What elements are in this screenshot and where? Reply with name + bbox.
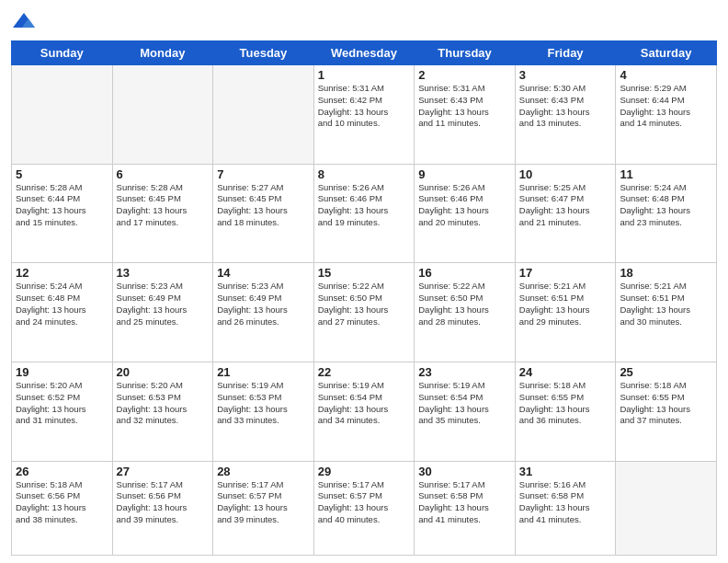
day-info: Sunrise: 5:27 AM Sunset: 6:45 PM Dayligh… bbox=[217, 182, 310, 229]
day-number: 19 bbox=[16, 365, 108, 379]
day-info: Sunrise: 5:22 AM Sunset: 6:50 PM Dayligh… bbox=[418, 281, 511, 327]
logo-icon bbox=[11, 9, 37, 35]
day-number: 16 bbox=[418, 266, 511, 280]
day-cell: 7Sunrise: 5:27 AM Sunset: 6:45 PM Daylig… bbox=[213, 164, 314, 263]
day-number: 3 bbox=[519, 68, 612, 82]
day-number: 11 bbox=[620, 167, 712, 181]
day-number: 6 bbox=[117, 167, 210, 181]
day-number: 26 bbox=[16, 465, 108, 478]
day-number: 22 bbox=[318, 365, 411, 379]
day-info: Sunrise: 5:16 AM Sunset: 6:58 PM Dayligh… bbox=[519, 479, 612, 526]
day-cell: 5Sunrise: 5:28 AM Sunset: 6:44 PM Daylig… bbox=[12, 164, 113, 263]
week-row-1: 1Sunrise: 5:31 AM Sunset: 6:42 PM Daylig… bbox=[12, 65, 717, 165]
day-cell: 27Sunrise: 5:17 AM Sunset: 6:56 PM Dayli… bbox=[112, 461, 213, 556]
day-cell: 1Sunrise: 5:31 AM Sunset: 6:42 PM Daylig… bbox=[313, 65, 415, 165]
day-info: Sunrise: 5:18 AM Sunset: 6:55 PM Dayligh… bbox=[519, 380, 612, 427]
day-number: 23 bbox=[418, 365, 511, 379]
day-number: 17 bbox=[519, 266, 612, 280]
week-row-2: 5Sunrise: 5:28 AM Sunset: 6:44 PM Daylig… bbox=[12, 164, 717, 263]
day-number: 7 bbox=[217, 167, 310, 181]
day-info: Sunrise: 5:28 AM Sunset: 6:44 PM Dayligh… bbox=[16, 182, 108, 229]
day-number: 21 bbox=[217, 365, 310, 379]
day-cell: 23Sunrise: 5:19 AM Sunset: 6:54 PM Dayli… bbox=[415, 362, 516, 461]
day-info: Sunrise: 5:20 AM Sunset: 6:52 PM Dayligh… bbox=[16, 380, 108, 427]
day-number: 30 bbox=[418, 465, 511, 478]
day-header-thursday: Thursday bbox=[415, 41, 516, 65]
day-info: Sunrise: 5:31 AM Sunset: 6:43 PM Dayligh… bbox=[418, 83, 511, 130]
day-number: 12 bbox=[16, 266, 108, 280]
day-cell: 20Sunrise: 5:20 AM Sunset: 6:53 PM Dayli… bbox=[112, 362, 213, 461]
day-cell: 14Sunrise: 5:23 AM Sunset: 6:49 PM Dayli… bbox=[213, 263, 314, 362]
day-number: 5 bbox=[16, 167, 108, 181]
day-cell: 13Sunrise: 5:23 AM Sunset: 6:49 PM Dayli… bbox=[112, 263, 213, 362]
day-info: Sunrise: 5:31 AM Sunset: 6:42 PM Dayligh… bbox=[318, 83, 411, 130]
day-cell: 19Sunrise: 5:20 AM Sunset: 6:52 PM Dayli… bbox=[12, 362, 113, 461]
day-cell: 16Sunrise: 5:22 AM Sunset: 6:50 PM Dayli… bbox=[415, 263, 516, 362]
day-info: Sunrise: 5:17 AM Sunset: 6:58 PM Dayligh… bbox=[418, 479, 511, 526]
day-cell: 26Sunrise: 5:18 AM Sunset: 6:56 PM Dayli… bbox=[12, 461, 113, 556]
week-row-5: 26Sunrise: 5:18 AM Sunset: 6:56 PM Dayli… bbox=[12, 461, 717, 556]
day-cell: 29Sunrise: 5:17 AM Sunset: 6:57 PM Dayli… bbox=[313, 461, 415, 556]
day-number: 29 bbox=[318, 465, 411, 478]
day-info: Sunrise: 5:19 AM Sunset: 6:54 PM Dayligh… bbox=[418, 380, 511, 427]
day-info: Sunrise: 5:30 AM Sunset: 6:43 PM Dayligh… bbox=[519, 83, 612, 130]
day-info: Sunrise: 5:24 AM Sunset: 6:48 PM Dayligh… bbox=[620, 182, 712, 229]
day-info: Sunrise: 5:18 AM Sunset: 6:56 PM Dayligh… bbox=[16, 479, 108, 526]
day-header-friday: Friday bbox=[515, 41, 616, 65]
day-cell: 10Sunrise: 5:25 AM Sunset: 6:47 PM Dayli… bbox=[515, 164, 616, 263]
day-info: Sunrise: 5:23 AM Sunset: 6:49 PM Dayligh… bbox=[217, 281, 310, 327]
day-info: Sunrise: 5:19 AM Sunset: 6:53 PM Dayligh… bbox=[217, 380, 310, 427]
day-info: Sunrise: 5:19 AM Sunset: 6:54 PM Dayligh… bbox=[318, 380, 411, 427]
day-number: 10 bbox=[519, 167, 612, 181]
day-cell: 28Sunrise: 5:17 AM Sunset: 6:57 PM Dayli… bbox=[213, 461, 314, 556]
week-row-3: 12Sunrise: 5:24 AM Sunset: 6:48 PM Dayli… bbox=[12, 263, 717, 362]
day-number: 9 bbox=[418, 167, 511, 181]
day-header-monday: Monday bbox=[112, 41, 213, 65]
day-cell: 21Sunrise: 5:19 AM Sunset: 6:53 PM Dayli… bbox=[213, 362, 314, 461]
day-header-tuesday: Tuesday bbox=[213, 41, 314, 65]
day-number: 15 bbox=[318, 266, 411, 280]
day-info: Sunrise: 5:17 AM Sunset: 6:56 PM Dayligh… bbox=[117, 479, 210, 526]
day-cell bbox=[112, 65, 213, 165]
day-info: Sunrise: 5:17 AM Sunset: 6:57 PM Dayligh… bbox=[318, 479, 411, 526]
day-cell bbox=[616, 461, 717, 556]
day-number: 24 bbox=[519, 365, 612, 379]
day-number: 20 bbox=[117, 365, 210, 379]
header bbox=[11, 9, 717, 35]
day-info: Sunrise: 5:26 AM Sunset: 6:46 PM Dayligh… bbox=[318, 182, 411, 229]
day-info: Sunrise: 5:22 AM Sunset: 6:50 PM Dayligh… bbox=[318, 281, 411, 327]
day-cell: 3Sunrise: 5:30 AM Sunset: 6:43 PM Daylig… bbox=[515, 65, 616, 165]
day-info: Sunrise: 5:20 AM Sunset: 6:53 PM Dayligh… bbox=[117, 380, 210, 427]
day-info: Sunrise: 5:29 AM Sunset: 6:44 PM Dayligh… bbox=[620, 83, 712, 130]
day-cell bbox=[12, 65, 113, 165]
day-number: 13 bbox=[117, 266, 210, 280]
day-number: 14 bbox=[217, 266, 310, 280]
day-cell: 12Sunrise: 5:24 AM Sunset: 6:48 PM Dayli… bbox=[12, 263, 113, 362]
day-number: 8 bbox=[318, 167, 411, 181]
day-cell: 22Sunrise: 5:19 AM Sunset: 6:54 PM Dayli… bbox=[313, 362, 415, 461]
day-number: 1 bbox=[318, 68, 411, 82]
logo bbox=[11, 9, 40, 35]
day-cell: 30Sunrise: 5:17 AM Sunset: 6:58 PM Dayli… bbox=[415, 461, 516, 556]
day-cell: 9Sunrise: 5:26 AM Sunset: 6:46 PM Daylig… bbox=[415, 164, 516, 263]
day-number: 4 bbox=[620, 68, 712, 82]
calendar-page: SundayMondayTuesdayWednesdayThursdayFrid… bbox=[0, 0, 728, 563]
day-cell: 6Sunrise: 5:28 AM Sunset: 6:45 PM Daylig… bbox=[112, 164, 213, 263]
day-cell: 17Sunrise: 5:21 AM Sunset: 6:51 PM Dayli… bbox=[515, 263, 616, 362]
day-header-wednesday: Wednesday bbox=[313, 41, 415, 65]
day-number: 31 bbox=[519, 465, 612, 478]
day-cell: 18Sunrise: 5:21 AM Sunset: 6:51 PM Dayli… bbox=[616, 263, 717, 362]
day-number: 25 bbox=[620, 365, 712, 379]
week-row-4: 19Sunrise: 5:20 AM Sunset: 6:52 PM Dayli… bbox=[12, 362, 717, 461]
day-cell: 31Sunrise: 5:16 AM Sunset: 6:58 PM Dayli… bbox=[515, 461, 616, 556]
day-header-saturday: Saturday bbox=[616, 41, 717, 65]
day-info: Sunrise: 5:23 AM Sunset: 6:49 PM Dayligh… bbox=[117, 281, 210, 327]
day-cell bbox=[213, 65, 314, 165]
day-cell: 24Sunrise: 5:18 AM Sunset: 6:55 PM Dayli… bbox=[515, 362, 616, 461]
day-number: 28 bbox=[217, 465, 310, 478]
day-info: Sunrise: 5:17 AM Sunset: 6:57 PM Dayligh… bbox=[217, 479, 310, 526]
day-cell: 15Sunrise: 5:22 AM Sunset: 6:50 PM Dayli… bbox=[313, 263, 415, 362]
day-number: 2 bbox=[418, 68, 511, 82]
day-cell: 25Sunrise: 5:18 AM Sunset: 6:55 PM Dayli… bbox=[616, 362, 717, 461]
day-cell: 11Sunrise: 5:24 AM Sunset: 6:48 PM Dayli… bbox=[616, 164, 717, 263]
